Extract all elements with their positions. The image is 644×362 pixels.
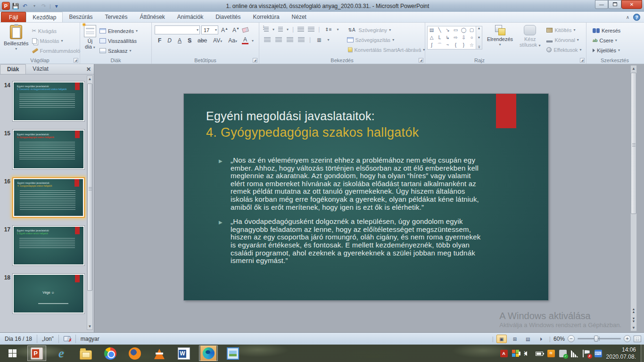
start-button[interactable] <box>0 345 25 362</box>
canvas-scrollbar[interactable]: ▲ ▲▲ ▼▼ ▼ <box>630 65 637 331</box>
taskbar-internet-explorer[interactable]: e <box>49 345 74 362</box>
columns-icon[interactable]: ▥ <box>315 37 322 43</box>
reset-button[interactable]: Visszaállítás <box>98 36 139 46</box>
next-slide-button[interactable]: ▼▼ <box>632 315 636 325</box>
justify-icon[interactable] <box>298 37 305 42</box>
numbering-icon[interactable] <box>278 27 283 32</box>
grow-font-button[interactable]: A▲ <box>220 26 230 34</box>
shape-arc[interactable]: ⌒ <box>436 41 444 49</box>
collapse-ribbon-icon[interactable]: ∧ <box>626 15 629 20</box>
current-slide[interactable]: Egyéni megoldási javaslataitok: 4. Gyógy… <box>184 94 548 300</box>
slide-body[interactable]: „Nos az én véleményem szerint ehhez a pr… <box>218 156 486 272</box>
slide-thumbnail-17[interactable]: 17 Egyéni megoldási javaslataitok: 5. Eg… <box>0 225 94 267</box>
shape-rectangle[interactable]: ▭ <box>452 26 460 34</box>
shape-callout[interactable]: ○ <box>468 34 476 41</box>
zoom-in-button[interactable]: + <box>624 335 631 342</box>
shape-curve[interactable]: ~ <box>444 41 452 49</box>
align-right-icon[interactable] <box>287 37 293 42</box>
underline-button[interactable]: A <box>176 37 183 44</box>
drawing-dialog-launcher[interactable]: ◢ <box>580 58 585 63</box>
bullets-icon[interactable] <box>264 27 269 32</box>
font-size-combo[interactable]: 17▾ <box>201 25 218 34</box>
layout-button[interactable]: Elrendezés▾ <box>98 26 139 36</box>
cut-button[interactable]: Kivágás <box>31 26 82 36</box>
arrange-button[interactable]: Elrendezés ▾ <box>485 24 515 49</box>
slide-thumbnail-18[interactable]: 18 Vége ☺ <box>0 273 94 315</box>
tab-home[interactable]: Kezdőlap <box>26 12 63 22</box>
text-direction-button[interactable]: ⇅ASzövegirány▾ <box>346 25 427 35</box>
spellcheck-status[interactable] <box>59 335 76 343</box>
align-center-icon[interactable] <box>275 37 282 42</box>
clipboard-dialog-launcher[interactable]: ◢ <box>74 58 78 63</box>
line-spacing-icon[interactable]: ⇕≡ <box>323 26 333 33</box>
zoom-slider[interactable] <box>578 338 621 339</box>
zoom-level[interactable]: 60% <box>553 336 565 342</box>
taskbar-chrome[interactable] <box>98 345 123 362</box>
shape-outline-button[interactable]: Körvonal▾ <box>545 35 583 45</box>
slide-thumbnail-14[interactable]: 14 Egyéni megoldási javaslataitok: 3. Cs… <box>0 81 94 123</box>
clear-formatting-icon[interactable] <box>242 27 249 33</box>
section-button[interactable]: Szakasz▾ <box>98 46 139 56</box>
taskbar-clock[interactable]: 14:06 2020.07.08. <box>606 346 636 361</box>
normal-view-button[interactable]: ▣ <box>496 335 507 343</box>
shape-line[interactable]: ╲ <box>436 26 444 34</box>
panel-scroll-up-icon[interactable]: ▲ <box>87 76 92 82</box>
paragraph-dialog-launcher[interactable]: ◢ <box>419 58 423 63</box>
slide-thumbnail-15[interactable]: 15 Egyéni megoldási javaslataitok: 4. Gy… <box>0 129 94 171</box>
quick-styles-button[interactable]: Kész stílusok ▾ <box>518 24 542 49</box>
tab-view[interactable]: Nézet <box>286 12 313 22</box>
redo-icon[interactable]: ↷ <box>40 3 48 9</box>
change-case-button[interactable]: Aa▾ <box>227 37 239 44</box>
tab-review[interactable]: Korrektúra <box>247 12 286 22</box>
shapes-gallery[interactable]: ▤ ╲ ↘ ▭ ◯ ▢ △ L ↳ ⇨ ⇩ ○ ʃ ⌒ ~ <box>427 26 476 49</box>
taskbar-photos[interactable] <box>221 345 245 362</box>
panel-close-icon[interactable]: ✕ <box>86 66 91 73</box>
undo-icon[interactable]: ↶ <box>21 3 29 9</box>
find-button[interactable]: Keresés <box>591 25 642 35</box>
font-color-button[interactable]: A <box>242 37 248 44</box>
taskbar-file-explorer[interactable] <box>74 345 98 362</box>
panel-scroll-down-icon[interactable]: ▼ <box>87 323 92 329</box>
text-shadow-button[interactable]: S <box>186 37 193 44</box>
restore-button[interactable] <box>608 0 621 9</box>
shape-right-brace[interactable]: } <box>460 41 468 49</box>
previous-slide-button[interactable]: ▲▲ <box>632 306 636 315</box>
slide-thumbnail-16-selected[interactable]: 16 Egyéni megoldási javaslataitok: 4. Gy… <box>0 177 94 219</box>
canvas-scroll-up-icon[interactable]: ▲ <box>631 66 636 72</box>
format-painter-button[interactable]: Formátummásoló <box>31 46 82 56</box>
font-name-combo[interactable]: ▾ <box>155 25 200 34</box>
fit-to-window-button[interactable]: ⛶ <box>634 336 641 342</box>
taskbar-firefox[interactable] <box>123 345 147 362</box>
tab-animations[interactable]: Animációk <box>171 12 209 22</box>
undo-dropdown-icon[interactable]: ▾ <box>31 4 38 8</box>
powerpoint-app-icon[interactable]: P <box>2 2 10 10</box>
tab-transitions[interactable]: Áttűnések <box>133 12 171 22</box>
language-indicator[interactable]: magyar <box>76 335 104 343</box>
increase-indent-icon[interactable] <box>308 27 314 32</box>
slide-accent-rectangle[interactable] <box>496 94 516 128</box>
network-signal-icon[interactable] <box>571 350 578 357</box>
shape-right-arrow[interactable]: ⇨ <box>452 34 460 41</box>
help-icon[interactable]: ? <box>633 14 640 21</box>
zoom-out-button[interactable]: − <box>568 335 575 342</box>
decrease-indent-icon[interactable] <box>297 27 304 32</box>
font-dialog-launcher[interactable]: ◢ <box>253 58 257 63</box>
volume-icon[interactable] <box>524 350 531 357</box>
shape-left-brace[interactable]: { <box>452 41 460 49</box>
bold-button[interactable]: F <box>157 37 163 44</box>
shape-triangle[interactable]: △ <box>428 34 436 41</box>
shape-arrow[interactable]: ↘ <box>444 26 452 34</box>
shape-rounded-rect[interactable]: ▢ <box>468 26 476 34</box>
shape-down-arrow[interactable]: ⇩ <box>460 34 468 41</box>
align-text-button[interactable]: Szövegigazítás▾ <box>346 35 427 45</box>
battery-icon[interactable] <box>536 350 543 357</box>
adobe-reader-icon[interactable]: A <box>500 350 508 357</box>
panel-tab-outline[interactable]: Vázlat <box>26 64 55 74</box>
usb-device-icon[interactable] <box>559 350 567 357</box>
shapes-gallery-scroll[interactable]: ▲▼⊽ <box>476 26 482 49</box>
taskbar-vlc[interactable] <box>147 345 172 362</box>
tab-slideshow[interactable]: Diavetítés <box>209 12 247 22</box>
tab-design[interactable]: Tervezés <box>99 12 133 22</box>
taskbar-word[interactable] <box>172 345 196 362</box>
slide-sorter-view-button[interactable]: ⊞ <box>510 335 520 343</box>
